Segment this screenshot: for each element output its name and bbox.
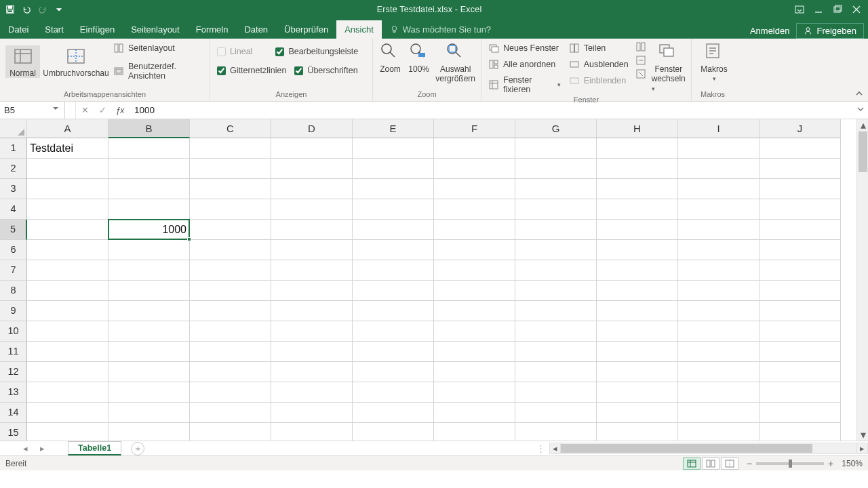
scroll-up-icon[interactable]: ▴ xyxy=(857,119,868,131)
add-sheet-button[interactable]: ＋ xyxy=(131,442,144,455)
cell[interactable] xyxy=(190,281,271,301)
pagebreak-view-shortcut[interactable] xyxy=(721,458,738,470)
cell[interactable] xyxy=(760,199,841,220)
tab-start[interactable]: Start xyxy=(37,20,71,39)
cell[interactable] xyxy=(760,423,841,441)
vertical-scrollbar[interactable]: ▴ ▾ xyxy=(856,119,868,441)
scroll-right-icon[interactable]: ▸ xyxy=(856,443,868,454)
cell[interactable] xyxy=(434,362,515,382)
cell[interactable] xyxy=(760,321,841,342)
cell[interactable] xyxy=(353,403,434,423)
zoom-level[interactable]: 150% xyxy=(842,459,863,468)
cell[interactable] xyxy=(190,321,271,342)
cell[interactable] xyxy=(434,301,515,321)
cell[interactable] xyxy=(678,423,760,441)
cell[interactable] xyxy=(271,159,353,179)
cell[interactable] xyxy=(597,159,678,179)
cell[interactable] xyxy=(190,220,271,240)
cells-area[interactable]: Testdatei1000 xyxy=(27,138,856,441)
cell[interactable] xyxy=(27,423,108,441)
cell[interactable] xyxy=(190,159,271,179)
share-button[interactable]: Freigeben xyxy=(796,23,864,39)
cell[interactable] xyxy=(27,321,108,342)
expand-formula-bar-icon[interactable] xyxy=(856,104,865,114)
cell[interactable] xyxy=(678,159,760,179)
cell[interactable] xyxy=(271,423,353,441)
cell[interactable] xyxy=(597,281,678,301)
side-by-side-icon[interactable] xyxy=(635,41,646,52)
column-headers[interactable]: ABCDEFGHIJ xyxy=(27,119,841,138)
cell[interactable] xyxy=(190,138,271,159)
cell[interactable] xyxy=(597,362,678,382)
cell[interactable] xyxy=(353,199,434,220)
cell[interactable] xyxy=(760,220,841,240)
col-header[interactable]: H xyxy=(597,119,678,138)
view-normal-button[interactable]: Normal xyxy=(5,45,40,78)
freeze-panes-button[interactable]: Fenster fixieren▾ xyxy=(487,74,562,96)
cell[interactable] xyxy=(108,199,190,220)
zoom-thumb[interactable] xyxy=(789,460,792,468)
cell[interactable] xyxy=(515,220,597,240)
cell[interactable] xyxy=(760,179,841,199)
cell[interactable] xyxy=(271,260,353,281)
row-header[interactable]: 10 xyxy=(0,321,27,342)
tab-daten[interactable]: Daten xyxy=(236,20,276,39)
formula-input-wrapper[interactable] xyxy=(129,102,868,119)
row-header[interactable]: 1 xyxy=(0,138,27,159)
cell[interactable] xyxy=(678,362,760,382)
formula-input[interactable] xyxy=(134,105,868,115)
cell[interactable] xyxy=(353,220,434,240)
cell[interactable] xyxy=(597,138,678,159)
zoom-track[interactable] xyxy=(756,462,824,465)
cell[interactable] xyxy=(760,403,841,423)
col-header[interactable]: F xyxy=(434,119,515,138)
cell[interactable] xyxy=(678,281,760,301)
switch-windows-button[interactable]: Fenster wechseln ▾ xyxy=(652,41,686,93)
cell[interactable] xyxy=(353,281,434,301)
cell[interactable] xyxy=(678,342,760,362)
cell[interactable] xyxy=(678,260,760,281)
cell[interactable] xyxy=(597,403,678,423)
cell[interactable] xyxy=(108,403,190,423)
cell[interactable] xyxy=(434,138,515,159)
row-header[interactable]: 5 xyxy=(0,220,27,240)
cell[interactable] xyxy=(27,260,108,281)
sheet-tab[interactable]: Tabelle1 xyxy=(68,441,121,455)
close-icon[interactable] xyxy=(852,5,861,14)
undo-icon[interactable] xyxy=(22,5,31,14)
col-header[interactable]: C xyxy=(190,119,271,138)
view-custom-button[interactable]: Benutzerdef. Ansichten xyxy=(112,60,204,82)
cell[interactable] xyxy=(353,301,434,321)
cell[interactable] xyxy=(108,138,190,159)
cell[interactable] xyxy=(678,382,760,403)
arrange-all-button[interactable]: Alle anordnen xyxy=(487,58,562,71)
cell[interactable] xyxy=(597,260,678,281)
zoom-out-icon[interactable]: − xyxy=(747,458,752,469)
cell[interactable]: 1000 xyxy=(108,220,190,240)
cell[interactable] xyxy=(271,240,353,260)
scroll-thumb[interactable] xyxy=(561,444,812,453)
cell[interactable] xyxy=(678,240,760,260)
cell[interactable] xyxy=(271,382,353,403)
view-pagebreak-button[interactable]: Umbruchvorschau xyxy=(45,45,106,78)
cell[interactable] xyxy=(597,199,678,220)
scroll-thumb[interactable] xyxy=(859,131,867,172)
cell[interactable] xyxy=(760,382,841,403)
cell[interactable] xyxy=(760,240,841,260)
cell[interactable] xyxy=(434,179,515,199)
minimize-icon[interactable] xyxy=(814,5,823,14)
headings-checkbox[interactable]: Überschriften xyxy=(293,64,359,77)
cell[interactable] xyxy=(271,281,353,301)
cell[interactable] xyxy=(271,138,353,159)
qat-customize-icon[interactable] xyxy=(54,5,64,14)
cell[interactable] xyxy=(434,240,515,260)
cell[interactable] xyxy=(27,342,108,362)
cell[interactable] xyxy=(434,281,515,301)
cell[interactable] xyxy=(678,220,760,240)
cell[interactable] xyxy=(515,403,597,423)
cell[interactable] xyxy=(27,281,108,301)
cell[interactable] xyxy=(434,159,515,179)
cell[interactable] xyxy=(353,138,434,159)
cell[interactable] xyxy=(760,260,841,281)
cell[interactable] xyxy=(515,423,597,441)
